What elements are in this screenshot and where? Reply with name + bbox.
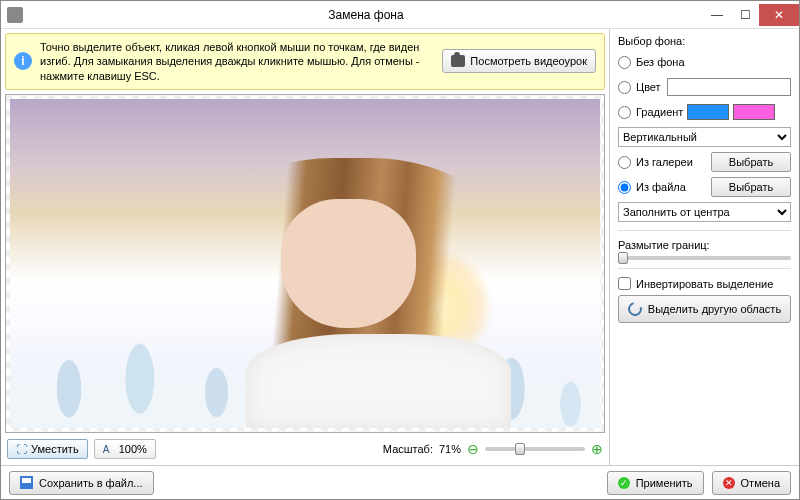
blur-slider[interactable]	[618, 256, 791, 260]
close-button[interactable]: ✕	[759, 4, 799, 26]
minimize-button[interactable]: —	[703, 4, 731, 26]
hint-bar: i Точно выделите объект, кликая левой кн…	[5, 33, 605, 90]
file-select-button[interactable]: Выбрать	[711, 177, 791, 197]
bg-section-title: Выбор фона:	[618, 35, 791, 47]
fit-button[interactable]: ⛶ Уместить	[7, 439, 88, 459]
zoom-in-icon[interactable]: ⊕	[591, 441, 603, 457]
titlebar: Замена фона — ☐ ✕	[1, 1, 799, 29]
zoom-100-button[interactable]: 100%	[94, 439, 156, 459]
maximize-button[interactable]: ☐	[731, 4, 759, 26]
zoom-label: 100%	[119, 443, 147, 455]
fit-mode-select[interactable]: Заполнить от центра	[618, 202, 791, 222]
canvas-toolbar: ⛶ Уместить 100% Масштаб: 71% ⊖ ⊕	[5, 437, 605, 461]
gradient-direction-select[interactable]: Вертикальный	[618, 127, 791, 147]
image-canvas[interactable]	[5, 94, 605, 433]
radio-gradient[interactable]: Градиент	[618, 102, 683, 122]
hint-text: Точно выделите объект, кликая левой кноп…	[40, 40, 434, 83]
scale-value: 71%	[439, 443, 461, 455]
floppy-icon	[20, 476, 33, 489]
gradient-swatch-b[interactable]	[733, 104, 775, 120]
cancel-button[interactable]: ✕ Отмена	[712, 471, 791, 495]
radio-from-file[interactable]: Из файла	[618, 177, 686, 197]
gradient-swatch-a[interactable]	[687, 104, 729, 120]
camera-icon	[451, 55, 465, 67]
check-icon: ✓	[618, 477, 630, 489]
gallery-select-button[interactable]: Выбрать	[711, 152, 791, 172]
apply-button[interactable]: ✓ Применить	[607, 471, 704, 495]
invert-checkbox[interactable]: Инвертировать выделение	[618, 277, 791, 290]
radio-from-gallery[interactable]: Из галереи	[618, 152, 693, 172]
reselect-button[interactable]: Выделить другую область	[618, 295, 791, 323]
color-swatch[interactable]	[667, 78, 791, 96]
save-to-file-button[interactable]: Сохранить в файл...	[9, 471, 154, 495]
video-button-label: Посмотреть видеоурок	[470, 55, 587, 67]
app-icon	[7, 7, 23, 23]
blur-label: Размытие границ:	[618, 239, 791, 251]
fit-label: Уместить	[31, 443, 79, 455]
radio-color[interactable]: Цвет	[618, 77, 661, 97]
radio-no-background[interactable]: Без фона	[618, 52, 791, 72]
zoom-slider[interactable]	[485, 447, 585, 451]
options-panel: Выбор фона: Без фона Цвет Градиент Верти…	[609, 29, 799, 465]
cancel-icon: ✕	[723, 477, 735, 489]
video-tutorial-button[interactable]: Посмотреть видеоурок	[442, 49, 596, 73]
refresh-icon	[625, 299, 644, 318]
zoom-icon	[103, 443, 115, 455]
info-icon: i	[14, 52, 32, 70]
window-title: Замена фона	[29, 8, 703, 22]
preview-image	[10, 99, 600, 428]
footer: Сохранить в файл... ✓ Применить ✕ Отмена	[1, 465, 799, 499]
zoom-out-icon[interactable]: ⊖	[467, 441, 479, 457]
scale-label: Масштаб:	[383, 443, 433, 455]
